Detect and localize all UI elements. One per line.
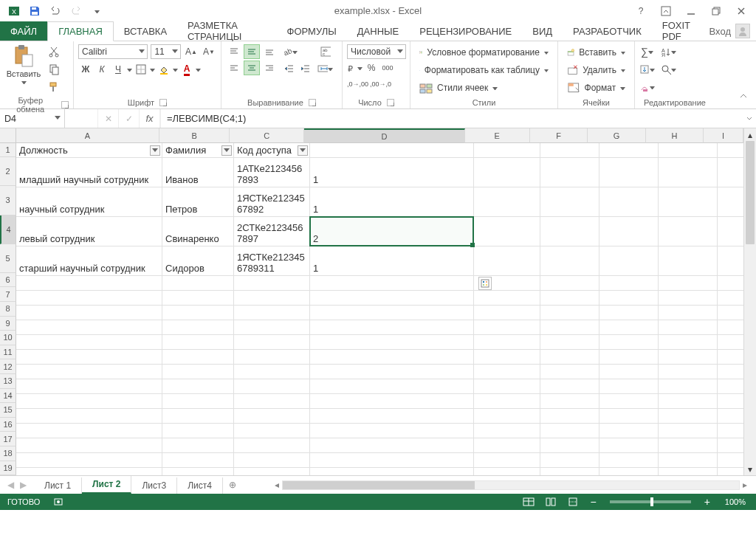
align-right-icon[interactable] xyxy=(261,61,278,75)
cell[interactable] xyxy=(16,306,162,320)
prev-sheet-icon[interactable]: ◀ xyxy=(7,480,14,490)
align-left-icon[interactable] xyxy=(226,61,242,75)
cell[interactable] xyxy=(474,365,540,379)
cell[interactable] xyxy=(234,335,310,350)
cell[interactable] xyxy=(540,350,599,365)
number-format-combo[interactable]: Числовой xyxy=(347,44,406,59)
cell[interactable] xyxy=(599,276,659,291)
cell[interactable] xyxy=(718,276,743,291)
cell[interactable] xyxy=(234,306,310,320)
autofill-options-icon[interactable] xyxy=(478,277,492,290)
cell[interactable]: 1 xyxy=(310,246,474,276)
cell[interactable] xyxy=(599,217,659,246)
cell[interactable] xyxy=(162,394,234,409)
cell[interactable] xyxy=(16,453,162,468)
cell[interactable] xyxy=(599,379,659,394)
cell[interactable]: старший научный сотрудник xyxy=(16,246,162,276)
cell[interactable]: 2СТКе21234567897 xyxy=(234,217,310,246)
row-header[interactable]: 18 xyxy=(0,446,16,461)
cell[interactable] xyxy=(718,409,743,424)
cell[interactable] xyxy=(310,335,474,350)
cell[interactable] xyxy=(234,438,310,453)
row-header[interactable]: 3 xyxy=(0,186,16,215)
cell[interactable] xyxy=(540,365,599,379)
row-header[interactable]: 17 xyxy=(0,432,16,446)
login-label[interactable]: Вход xyxy=(709,26,731,37)
decrease-decimal-icon[interactable]: ,00→,0 xyxy=(370,77,391,92)
conditional-formatting-button[interactable]: Условное форматирование xyxy=(415,44,553,61)
cancel-formula-icon[interactable]: ✕ xyxy=(98,109,119,128)
cell[interactable] xyxy=(659,409,718,424)
cell[interactable]: левый сотрудник xyxy=(16,217,162,246)
cell[interactable] xyxy=(310,350,474,365)
row-header[interactable]: 4 xyxy=(0,215,16,244)
cell[interactable]: 1 xyxy=(310,187,474,217)
cell[interactable] xyxy=(540,320,599,335)
ribbon-tab-вставка[interactable]: ВСТАВКА xyxy=(114,21,177,41)
zoom-value[interactable]: 100% xyxy=(719,497,752,506)
cell[interactable] xyxy=(234,394,310,409)
comma-format-icon[interactable]: 000 xyxy=(380,61,395,75)
cell[interactable] xyxy=(234,453,310,468)
cell[interactable] xyxy=(718,187,743,217)
cell[interactable] xyxy=(540,453,599,468)
borders-icon[interactable] xyxy=(134,62,148,77)
cell[interactable] xyxy=(474,438,540,453)
cell[interactable] xyxy=(540,468,599,475)
cell[interactable] xyxy=(162,276,234,291)
cell[interactable] xyxy=(599,306,659,320)
cell[interactable] xyxy=(659,187,718,217)
cell[interactable] xyxy=(718,246,743,276)
percent-format-icon[interactable]: % xyxy=(364,61,379,75)
cell[interactable] xyxy=(540,246,599,276)
cell-styles-button[interactable]: Стили ячеек xyxy=(415,80,553,96)
accept-formula-icon[interactable]: ✓ xyxy=(119,109,140,128)
cell[interactable] xyxy=(599,453,659,468)
column-header[interactable]: I xyxy=(704,128,743,143)
align-middle-icon[interactable] xyxy=(244,44,260,59)
cell[interactable] xyxy=(599,424,659,438)
select-all-corner[interactable] xyxy=(0,128,16,143)
sheet-tab[interactable]: Лист4 xyxy=(177,477,223,494)
fill-icon[interactable] xyxy=(639,62,655,77)
cell[interactable] xyxy=(718,143,743,158)
row-header[interactable]: 19 xyxy=(0,461,16,476)
cell[interactable] xyxy=(16,320,162,335)
cell[interactable]: 1ЯСТКе2123456789311 xyxy=(234,246,310,276)
row-header[interactable]: 13 xyxy=(0,374,16,389)
font-size-combo[interactable]: 11 xyxy=(151,44,181,59)
cell[interactable]: Иванов xyxy=(162,158,234,187)
cell[interactable] xyxy=(16,291,162,306)
cell[interactable] xyxy=(162,350,234,365)
underline-button[interactable]: Ч xyxy=(111,62,126,77)
cell[interactable] xyxy=(474,291,540,306)
cell[interactable] xyxy=(659,379,718,394)
cell[interactable] xyxy=(234,409,310,424)
filter-dropdown-icon[interactable] xyxy=(298,145,308,156)
zoom-out-icon[interactable]: − xyxy=(587,496,599,508)
page-break-view-icon[interactable] xyxy=(565,496,581,508)
row-header[interactable]: 5 xyxy=(0,244,16,273)
dialog-launcher-icon[interactable] xyxy=(159,99,167,106)
row-header[interactable]: 7 xyxy=(0,287,16,302)
dialog-launcher-icon[interactable] xyxy=(61,101,69,108)
cell[interactable] xyxy=(234,350,310,365)
cell[interactable]: Петров xyxy=(162,187,234,217)
align-center-icon[interactable] xyxy=(244,61,260,75)
cell[interactable] xyxy=(16,276,162,291)
cell[interactable] xyxy=(540,143,599,158)
cell[interactable] xyxy=(540,217,599,246)
cell[interactable] xyxy=(16,365,162,379)
cell[interactable] xyxy=(540,424,599,438)
normal-view-icon[interactable] xyxy=(520,496,537,508)
cell[interactable] xyxy=(474,187,540,217)
clear-icon[interactable] xyxy=(639,80,655,94)
row-header[interactable]: 14 xyxy=(0,389,16,404)
cell[interactable] xyxy=(474,335,540,350)
cell[interactable] xyxy=(310,379,474,394)
cell[interactable] xyxy=(234,320,310,335)
cell[interactable] xyxy=(162,291,234,306)
sort-filter-icon[interactable]: AЯ xyxy=(661,44,676,59)
dialog-launcher-icon[interactable] xyxy=(387,99,394,106)
accounting-format-icon[interactable]: ₽ xyxy=(347,61,362,75)
